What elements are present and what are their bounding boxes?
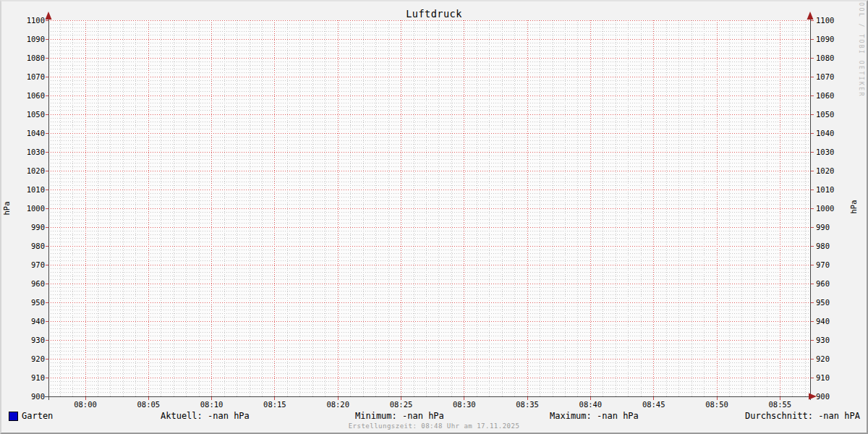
y-tick-label-right: 950 bbox=[816, 298, 848, 307]
x-tick-label: 08:50 bbox=[701, 400, 733, 409]
y-axis-label-right: hPa bbox=[848, 185, 859, 229]
chart-grid-canvas bbox=[0, 0, 868, 434]
stat-maximum: Maximum: -nan hPa bbox=[550, 411, 639, 421]
y-tick-label-right: 1020 bbox=[816, 166, 848, 175]
y-tick-label-right: 1030 bbox=[816, 148, 848, 156]
x-tick-label: 08:40 bbox=[574, 400, 606, 409]
y-tick-label-left: 960 bbox=[13, 279, 45, 288]
rrdtool-watermark: RRDTOOL / TOBI OETIKER bbox=[857, 0, 864, 140]
y-tick-label-left: 1020 bbox=[13, 166, 45, 175]
y-tick-label-right: 990 bbox=[816, 223, 848, 231]
y-tick-label-right: 1080 bbox=[816, 54, 848, 62]
y-tick-label-left: 1000 bbox=[13, 204, 45, 213]
y-tick-label-left: 1080 bbox=[13, 54, 45, 62]
y-tick-label-right: 930 bbox=[816, 336, 848, 344]
y-tick-label-right: 1010 bbox=[816, 185, 848, 194]
y-tick-label-right: 940 bbox=[816, 317, 848, 326]
y-tick-label-right: 960 bbox=[816, 279, 848, 288]
x-tick-label: 08:15 bbox=[259, 400, 291, 409]
x-tick-label: 08:30 bbox=[448, 400, 480, 409]
y-tick-label-left: 1060 bbox=[13, 91, 45, 100]
x-tick-label: 08:05 bbox=[132, 400, 164, 409]
x-tick-label: 08:55 bbox=[764, 400, 796, 409]
pressure-graph: Luftdruck hPa hPa RRDTOOL / TOBI OETIKER… bbox=[0, 0, 868, 434]
y-tick-label-left: 1090 bbox=[13, 35, 45, 43]
y-tick-label-right: 1000 bbox=[816, 204, 848, 213]
y-tick-label-right: 1100 bbox=[816, 16, 848, 25]
x-tick-label: 08:00 bbox=[69, 400, 101, 409]
x-tick-label: 08:25 bbox=[386, 400, 417, 409]
y-tick-label-left: 900 bbox=[13, 392, 45, 401]
y-tick-label-right: 910 bbox=[816, 373, 848, 382]
creation-timestamp: Erstellungszeit: 08:48 Uhr am 17.11.2025 bbox=[0, 422, 868, 430]
stat-aktuell: Aktuell: -nan hPa bbox=[161, 411, 250, 421]
y-tick-label-right: 1090 bbox=[816, 35, 848, 43]
y-tick-label-right: 920 bbox=[816, 354, 848, 363]
y-tick-label-right: 980 bbox=[816, 242, 848, 250]
x-tick-label: 08:35 bbox=[511, 400, 543, 409]
y-tick-label-left: 1030 bbox=[13, 148, 45, 156]
y-tick-label-left: 920 bbox=[13, 354, 45, 363]
y-axis-label-left: hPa bbox=[1, 187, 12, 230]
y-tick-label-left: 1040 bbox=[13, 129, 45, 137]
x-tick-label: 08:20 bbox=[322, 400, 354, 409]
y-tick-label-right: 1060 bbox=[816, 91, 848, 100]
y-tick-label-right: 900 bbox=[816, 392, 848, 401]
y-tick-label-left: 1010 bbox=[13, 185, 45, 194]
y-tick-label-left: 950 bbox=[13, 298, 45, 307]
y-tick-label-left: 1070 bbox=[13, 72, 45, 81]
y-tick-label-right: 1070 bbox=[816, 72, 848, 81]
y-tick-label-left: 1050 bbox=[13, 110, 45, 119]
y-tick-label-left: 970 bbox=[13, 260, 45, 269]
x-tick-label: 08:10 bbox=[196, 400, 228, 409]
y-tick-label-right: 970 bbox=[816, 260, 848, 269]
chart-title: Luftdruck bbox=[0, 8, 868, 20]
y-tick-label-left: 930 bbox=[13, 336, 45, 344]
y-tick-label-right: 1040 bbox=[816, 129, 848, 137]
legend-label-garten: Garten bbox=[22, 411, 53, 421]
y-tick-label-left: 1100 bbox=[13, 16, 45, 25]
y-tick-label-right: 1050 bbox=[816, 110, 848, 119]
x-tick-label: 08:45 bbox=[638, 400, 670, 409]
y-tick-label-left: 980 bbox=[13, 242, 45, 250]
legend-swatch-garten bbox=[9, 412, 18, 421]
stat-durchschnitt: Durchschnitt: -nan hPA bbox=[745, 411, 860, 421]
y-tick-label-left: 990 bbox=[13, 223, 45, 231]
stat-minimum: Minimum: -nan hPa bbox=[355, 411, 444, 421]
y-tick-label-left: 940 bbox=[13, 317, 45, 326]
y-tick-label-left: 910 bbox=[13, 373, 45, 382]
